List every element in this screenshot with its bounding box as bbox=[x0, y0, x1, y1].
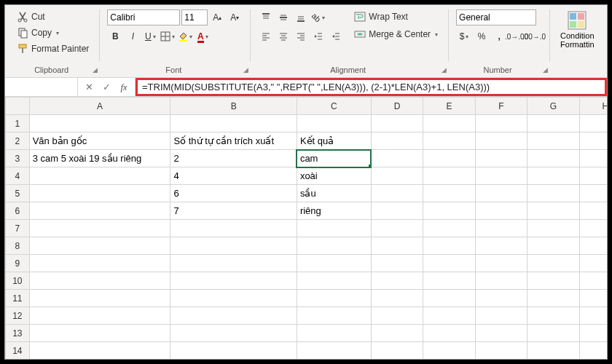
cell[interactable] bbox=[371, 342, 423, 360]
bold-button[interactable]: B bbox=[107, 28, 123, 44]
cell[interactable] bbox=[170, 290, 297, 307]
cell[interactable] bbox=[579, 185, 607, 202]
align-center-button[interactable] bbox=[275, 28, 291, 44]
cell[interactable] bbox=[170, 255, 297, 272]
cell[interactable] bbox=[475, 167, 527, 185]
cell[interactable] bbox=[475, 202, 527, 220]
cell[interactable] bbox=[297, 342, 371, 360]
row-header[interactable]: 14 bbox=[6, 342, 30, 360]
cell[interactable] bbox=[371, 167, 423, 185]
format-painter-button[interactable]: Format Painter bbox=[14, 41, 92, 56]
cut-button[interactable]: Cut bbox=[14, 9, 92, 24]
cell[interactable]: 2 bbox=[170, 150, 297, 167]
cell[interactable] bbox=[423, 115, 475, 132]
cell[interactable] bbox=[29, 307, 170, 325]
cell[interactable] bbox=[475, 132, 527, 150]
cell[interactable]: xoài bbox=[297, 167, 371, 185]
name-box[interactable] bbox=[5, 78, 78, 96]
cell[interactable] bbox=[423, 272, 475, 290]
accounting-button[interactable]: $▾ bbox=[456, 28, 472, 44]
cell[interactable] bbox=[475, 185, 527, 202]
cell[interactable] bbox=[527, 272, 579, 290]
cell[interactable] bbox=[527, 185, 579, 202]
cell[interactable] bbox=[423, 325, 475, 342]
cell[interactable]: 4 bbox=[170, 167, 297, 185]
cell[interactable] bbox=[423, 237, 475, 255]
cell[interactable] bbox=[579, 307, 607, 325]
cell[interactable] bbox=[371, 220, 423, 237]
cell[interactable] bbox=[371, 202, 423, 220]
row-header[interactable]: 10 bbox=[6, 272, 30, 290]
cell[interactable] bbox=[170, 307, 297, 325]
row-header[interactable]: 12 bbox=[6, 307, 30, 325]
cell[interactable] bbox=[527, 342, 579, 360]
cell[interactable] bbox=[579, 255, 607, 272]
cell[interactable] bbox=[423, 150, 475, 167]
cell[interactable] bbox=[170, 342, 297, 360]
cell[interactable] bbox=[29, 342, 170, 360]
cell[interactable]: 6 bbox=[170, 185, 297, 202]
select-all-corner[interactable] bbox=[6, 98, 30, 115]
cell[interactable] bbox=[297, 220, 371, 237]
cell[interactable] bbox=[423, 290, 475, 307]
cell[interactable] bbox=[475, 307, 527, 325]
cell[interactable] bbox=[371, 185, 423, 202]
cell[interactable] bbox=[579, 325, 607, 342]
row-header[interactable]: 7 bbox=[6, 220, 30, 237]
cell[interactable] bbox=[579, 167, 607, 185]
cell[interactable]: Văn bản gốc bbox=[29, 132, 170, 150]
cell[interactable]: 3 cam 5 xoài 19 sầu riêng bbox=[29, 150, 170, 167]
underline-button[interactable]: U▾ bbox=[142, 28, 158, 44]
align-left-button[interactable] bbox=[258, 28, 274, 44]
cell[interactable] bbox=[475, 325, 527, 342]
cell[interactable] bbox=[475, 255, 527, 272]
cell[interactable] bbox=[579, 290, 607, 307]
cell[interactable]: sầu bbox=[297, 185, 371, 202]
font-name-select[interactable] bbox=[107, 9, 180, 25]
decrease-font-button[interactable]: A▾ bbox=[227, 9, 243, 25]
decrease-indent-button[interactable] bbox=[310, 28, 326, 44]
cell[interactable] bbox=[527, 255, 579, 272]
row-header[interactable]: 3 bbox=[6, 150, 30, 167]
cell[interactable] bbox=[297, 272, 371, 290]
conditional-formatting-button[interactable]: Condition Formattin bbox=[557, 9, 597, 49]
row-header[interactable]: 4 bbox=[6, 167, 30, 185]
cell[interactable] bbox=[297, 325, 371, 342]
cell[interactable] bbox=[579, 202, 607, 220]
row-header[interactable]: 9 bbox=[6, 255, 30, 272]
cell[interactable] bbox=[29, 202, 170, 220]
cell[interactable] bbox=[423, 255, 475, 272]
cell[interactable] bbox=[29, 185, 170, 202]
column-header[interactable]: A bbox=[29, 98, 170, 115]
cell[interactable] bbox=[527, 150, 579, 167]
cell[interactable] bbox=[527, 325, 579, 342]
italic-button[interactable]: I bbox=[125, 28, 141, 44]
cell[interactable] bbox=[29, 220, 170, 237]
formula-input[interactable]: =TRIM(MID(SUBSTITUTE(A3," ",REPT(" ",LEN… bbox=[136, 78, 607, 96]
increase-font-button[interactable]: A▴ bbox=[209, 9, 225, 25]
cell[interactable] bbox=[371, 132, 423, 150]
cell[interactable] bbox=[579, 150, 607, 167]
cell[interactable] bbox=[297, 290, 371, 307]
number-dialog-launcher[interactable]: ◢ bbox=[543, 66, 548, 74]
column-header[interactable]: E bbox=[423, 98, 475, 115]
wrap-text-button[interactable]: Wrap Text bbox=[351, 9, 441, 24]
spreadsheet-grid[interactable]: ABCDEFGH12Văn bản gốcSố thứ tự cần trích… bbox=[5, 97, 607, 360]
cell[interactable] bbox=[527, 167, 579, 185]
number-format-select[interactable] bbox=[456, 9, 536, 25]
cell[interactable] bbox=[579, 272, 607, 290]
font-color-button[interactable]: A▾ bbox=[195, 28, 211, 44]
column-header[interactable]: H bbox=[579, 98, 607, 115]
cell[interactable] bbox=[527, 307, 579, 325]
cancel-formula-button[interactable]: ✕ bbox=[81, 79, 97, 95]
row-header[interactable]: 1 bbox=[6, 115, 30, 132]
cell[interactable] bbox=[527, 132, 579, 150]
cell[interactable] bbox=[579, 220, 607, 237]
cell[interactable] bbox=[423, 307, 475, 325]
cell[interactable] bbox=[475, 342, 527, 360]
cell[interactable] bbox=[579, 342, 607, 360]
clipboard-dialog-launcher[interactable]: ◢ bbox=[93, 66, 98, 74]
cell[interactable] bbox=[29, 115, 170, 132]
cell[interactable] bbox=[423, 185, 475, 202]
cell[interactable] bbox=[579, 237, 607, 255]
